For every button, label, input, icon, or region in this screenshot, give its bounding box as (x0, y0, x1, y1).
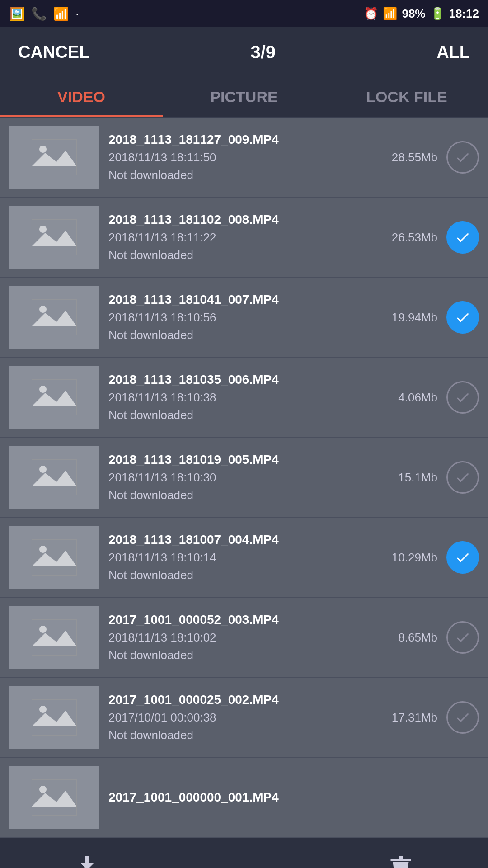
file-size: 4.06Mb (374, 391, 437, 405)
file-thumbnail (9, 526, 99, 589)
file-name: 2018_1113_181007_004.MP4 (108, 533, 365, 547)
file-name: 2017_1001_000052_003.MP4 (108, 613, 365, 627)
download-button[interactable] (69, 847, 105, 868)
time-display: 18:12 (449, 7, 479, 21)
file-name: 2018_1113_181019_005.MP4 (108, 453, 365, 467)
file-checkbox[interactable] (446, 701, 479, 734)
file-date: 2017/10/01 00:00:38 (108, 711, 365, 725)
file-thumbnail (9, 206, 99, 269)
list-item[interactable]: 2018_1113_181041_007.MP42018/11/13 18:10… (0, 278, 488, 358)
file-status: Not downloaded (108, 328, 365, 342)
file-thumbnail (9, 126, 99, 189)
tab-video[interactable]: VIDEO (0, 77, 163, 117)
svg-point-4 (39, 306, 47, 313)
file-name: 2018_1113_181035_006.MP4 (108, 373, 365, 387)
file-date: 2018/11/13 18:10:30 (108, 471, 365, 485)
file-checkbox[interactable] (446, 141, 479, 174)
svg-point-16 (39, 786, 47, 793)
wifi-icon: 📶 (53, 6, 69, 21)
file-thumbnail (9, 366, 99, 429)
battery-icon: 🔋 (430, 7, 445, 21)
cancel-button[interactable]: CANCEL (18, 42, 89, 62)
all-button[interactable]: ALL (436, 42, 470, 62)
header: CANCEL 3/9 ALL (0, 27, 488, 77)
image-icon: 🖼️ (9, 6, 25, 21)
file-list: 2018_1113_181127_009.MP42018/11/13 18:11… (0, 118, 488, 838)
list-item[interactable]: 2018_1113_181035_006.MP42018/11/13 18:10… (0, 358, 488, 438)
file-name: 2018_1113_181127_009.MP4 (108, 132, 365, 147)
file-date: 2018/11/13 18:11:50 (108, 151, 365, 165)
list-item[interactable]: 2017_1001_000000_001.MP4 (0, 758, 488, 838)
delete-button[interactable] (383, 847, 419, 868)
file-size: 26.53Mb (374, 231, 437, 245)
file-date: 2018/11/13 18:10:02 (108, 631, 365, 645)
file-name: 2017_1001_000025_002.MP4 (108, 693, 365, 707)
alarm-icon: ⏰ (364, 7, 378, 21)
status-left-icons: 🖼️ 📞 📶 · (9, 6, 79, 21)
selection-counter: 3/9 (250, 42, 276, 62)
bottom-divider (244, 847, 244, 868)
battery-text: 98% (402, 7, 425, 21)
list-item[interactable]: 2017_1001_000025_002.MP42017/10/01 00:00… (0, 678, 488, 758)
file-info: 2018_1113_181041_007.MP42018/11/13 18:10… (99, 292, 374, 342)
file-thumbnail (9, 686, 99, 749)
file-name: 2018_1113_181102_008.MP4 (108, 212, 365, 227)
svg-point-6 (39, 386, 47, 393)
list-item[interactable]: 2017_1001_000052_003.MP42018/11/13 18:10… (0, 598, 488, 678)
file-date: 2018/11/13 18:10:14 (108, 551, 365, 565)
file-info: 2018_1113_181102_008.MP42018/11/13 18:11… (99, 212, 374, 262)
file-status: Not downloaded (108, 488, 365, 502)
file-status: Not downloaded (108, 168, 365, 182)
list-item[interactable]: 2018_1113_181102_008.MP42018/11/13 18:11… (0, 198, 488, 278)
file-status: Not downloaded (108, 648, 365, 662)
file-name: 2018_1113_181041_007.MP4 (108, 292, 365, 307)
file-checkbox[interactable] (446, 461, 479, 494)
file-info: 2017_1001_000052_003.MP42018/11/13 18:10… (99, 613, 374, 662)
svg-point-14 (39, 706, 47, 713)
file-checkbox[interactable] (446, 621, 479, 654)
status-bar: 🖼️ 📞 📶 · ⏰ 📶 98% 🔋 18:12 (0, 0, 488, 27)
list-item[interactable]: 2018_1113_181007_004.MP42018/11/13 18:10… (0, 518, 488, 598)
file-size: 19.94Mb (374, 311, 437, 325)
bottom-bar (0, 838, 488, 868)
file-status: Not downloaded (108, 568, 365, 582)
file-status: Not downloaded (108, 248, 365, 262)
file-info: 2017_1001_000000_001.MP4 (99, 790, 479, 805)
tab-picture[interactable]: PICTURE (163, 77, 325, 117)
svg-point-8 (39, 466, 47, 473)
file-thumbnail (9, 606, 99, 669)
file-thumbnail (9, 446, 99, 509)
signal-icon: 📶 (383, 7, 397, 21)
file-date: 2018/11/13 18:11:22 (108, 231, 365, 245)
file-size: 17.31Mb (374, 711, 437, 725)
dot-icon: · (75, 6, 79, 21)
file-info: 2018_1113_181007_004.MP42018/11/13 18:10… (99, 533, 374, 582)
tab-lockfile[interactable]: LOCK FILE (325, 77, 488, 117)
file-date: 2018/11/13 18:10:56 (108, 311, 365, 325)
phone-icon: 📞 (31, 6, 47, 21)
file-size: 15.1Mb (374, 471, 437, 485)
tabs-bar: VIDEOPICTURELOCK FILE (0, 77, 488, 118)
list-item[interactable]: 2018_1113_181019_005.MP42018/11/13 18:10… (0, 438, 488, 518)
file-date: 2018/11/13 18:10:38 (108, 391, 365, 405)
svg-point-2 (39, 226, 47, 233)
file-thumbnail (9, 286, 99, 349)
file-size: 10.29Mb (374, 551, 437, 565)
file-checkbox[interactable] (446, 221, 479, 254)
status-right-info: ⏰ 📶 98% 🔋 18:12 (364, 7, 479, 21)
svg-point-12 (39, 626, 47, 633)
file-checkbox[interactable] (446, 301, 479, 334)
file-checkbox[interactable] (446, 541, 479, 574)
file-size: 8.65Mb (374, 631, 437, 645)
file-status: Not downloaded (108, 728, 365, 742)
file-checkbox[interactable] (446, 381, 479, 414)
svg-point-10 (39, 546, 47, 553)
file-info: 2018_1113_181035_006.MP42018/11/13 18:10… (99, 373, 374, 422)
file-info: 2018_1113_181019_005.MP42018/11/13 18:10… (99, 453, 374, 502)
svg-point-0 (39, 146, 47, 153)
file-info: 2018_1113_181127_009.MP42018/11/13 18:11… (99, 132, 374, 182)
file-info: 2017_1001_000025_002.MP42017/10/01 00:00… (99, 693, 374, 742)
file-size: 28.55Mb (374, 151, 437, 165)
file-thumbnail (9, 766, 99, 829)
list-item[interactable]: 2018_1113_181127_009.MP42018/11/13 18:11… (0, 118, 488, 198)
